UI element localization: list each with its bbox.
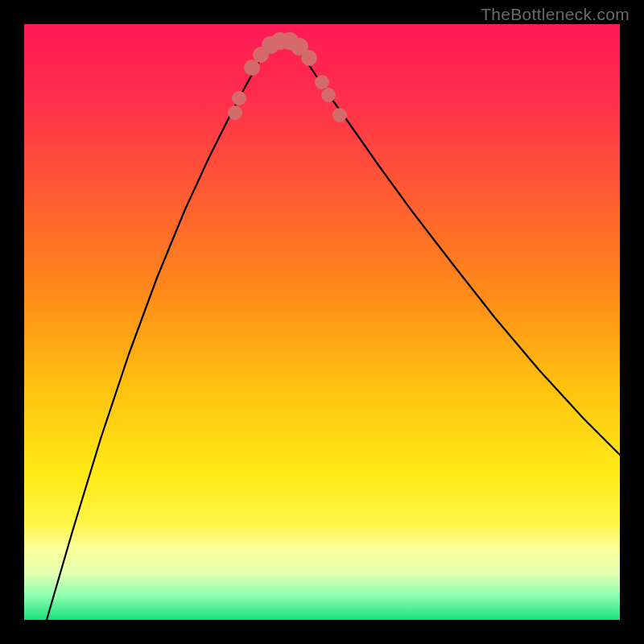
valley-marker <box>332 108 347 122</box>
valley-marker <box>321 88 336 102</box>
gradient-background <box>24 24 620 620</box>
chart-container: TheBottleneck.com <box>0 0 644 644</box>
valley-marker <box>228 105 242 120</box>
watermark-text: TheBottleneck.com <box>481 5 630 24</box>
valley-marker <box>301 50 317 66</box>
chart-svg <box>24 24 620 620</box>
valley-marker <box>232 91 246 105</box>
plot-area <box>24 24 620 620</box>
valley-marker <box>315 75 329 89</box>
